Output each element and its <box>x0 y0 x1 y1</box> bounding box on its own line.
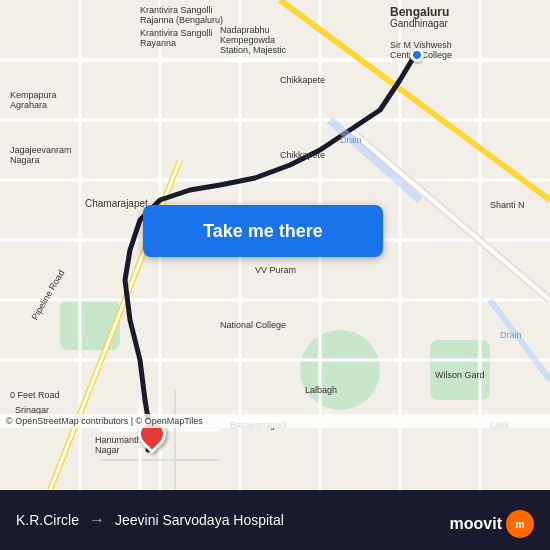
krantivira4-label: Rayanna <box>140 38 176 48</box>
krantivira1-label: Krantivira Sangolli <box>140 5 213 15</box>
drain-label: Drain <box>340 135 362 145</box>
nadaprabhu-label: Nadaprabhu <box>220 25 270 35</box>
svg-line-18 <box>330 120 420 200</box>
kempegowda-label: Kempegowda <box>220 35 275 45</box>
svg-line-19 <box>490 300 550 380</box>
chikkapete2-label: Chikkapete <box>280 150 325 160</box>
moovit-icon: m <box>506 510 534 538</box>
chamarajapet-label: Chamarajapet <box>85 198 148 209</box>
feet-road-label: 0 Feet Road <box>10 390 60 400</box>
svg-text:m: m <box>516 519 525 530</box>
nagara-label: Nagara <box>10 155 40 165</box>
station-label: Station, Majestic <box>220 45 286 55</box>
origin-label: K.R.Circle <box>16 512 79 528</box>
krantivira2-label: Rajanna (Bengaluru) <box>140 15 223 25</box>
wilson-gard-label: Wilson Gard <box>435 370 485 380</box>
map-container: Bengaluru Gandhinagar Krantivira Sangoll… <box>0 0 550 490</box>
krantivira3-label: Krantivira Sangolli <box>140 28 213 38</box>
chikkapete-label: Chikkapete <box>280 75 325 85</box>
drain2-label: Drain <box>500 330 522 340</box>
take-me-there-button[interactable]: Take me there <box>143 205 383 257</box>
destination-label: Jeevini Sarvodaya Hospital <box>115 512 284 528</box>
agrahara-label: Agrahara <box>10 100 47 110</box>
bengaluru-label: Bengaluru <box>390 5 449 19</box>
lalbagh-label: Lalbagh <box>305 385 337 395</box>
nagar-label: Nagar <box>95 445 120 455</box>
map-attribution: © OpenStreetMap contributors | © OpenMap… <box>0 414 550 428</box>
shanti-n-label: Shanti N <box>490 200 525 210</box>
gandhinagar-label: Gandhinagar <box>390 18 448 29</box>
moovit-text: moovit <box>450 515 502 533</box>
jagajeevanram-label: Jagajeevanram <box>10 145 72 155</box>
national-college-label: National College <box>220 320 286 330</box>
vv-puram-label: VV Puram <box>255 265 296 275</box>
origin-marker <box>410 48 424 62</box>
moovit-logo: moovit m <box>450 510 534 538</box>
bottom-bar: K.R.Circle → Jeevini Sarvodaya Hospital … <box>0 490 550 550</box>
kempapura-label: Kempapura <box>10 90 57 100</box>
arrow-icon: → <box>89 511 105 529</box>
